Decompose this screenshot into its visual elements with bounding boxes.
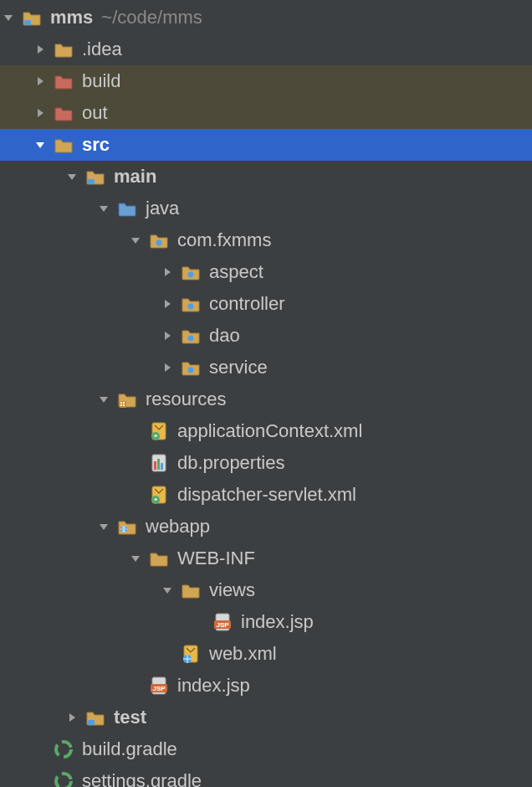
tree-row[interactable]: main <box>0 161 532 193</box>
package-icon <box>149 230 169 250</box>
tree-row[interactable]: java <box>0 193 532 224</box>
tree-item-label: out <box>82 102 108 124</box>
tree-item-label: WEB-INF <box>177 548 255 569</box>
tree-row[interactable]: applicationContext.xml <box>0 415 532 447</box>
svg-marker-15 <box>165 332 171 340</box>
tree-item-label: build <box>82 70 120 92</box>
tree-item-label: main <box>114 166 156 188</box>
svg-marker-45 <box>69 713 75 722</box>
svg-point-14 <box>188 304 194 310</box>
tree-item-label: src <box>82 134 110 156</box>
spring-icon <box>149 485 169 505</box>
gradle-icon <box>54 771 74 787</box>
tree-row[interactable]: JSP index.jsp <box>0 670 532 702</box>
chevron-down-icon[interactable] <box>32 136 49 153</box>
tree-item-label: web.xml <box>209 643 277 665</box>
module-icon <box>85 167 105 187</box>
svg-marker-19 <box>100 397 108 403</box>
svg-point-12 <box>188 272 194 278</box>
svg-rect-23 <box>120 404 122 406</box>
project-tree[interactable]: mms~/code/mms .idea build out src main j… <box>0 0 532 787</box>
tree-item-label: build.gradle <box>82 738 177 760</box>
chevron-right-icon[interactable] <box>32 105 49 121</box>
tree-item-label: db.properties <box>177 452 284 474</box>
tree-item-label: test <box>114 707 146 728</box>
tree-row[interactable]: build <box>0 65 532 97</box>
web-icon <box>117 517 137 537</box>
chevron-right-icon[interactable] <box>159 327 176 344</box>
chevron-right-icon[interactable] <box>32 73 49 90</box>
tree-row[interactable]: JSP index.jsp <box>0 606 532 638</box>
tree-row[interactable]: views <box>0 574 532 606</box>
tree-item-label: java <box>146 198 179 219</box>
tree-item-label: .idea <box>82 39 122 60</box>
svg-marker-0 <box>4 15 13 21</box>
chevron-right-icon[interactable] <box>159 264 176 280</box>
tree-row[interactable]: webapp <box>0 511 532 543</box>
tree-item-label: dao <box>209 325 240 347</box>
tree-row[interactable]: src <box>0 129 532 161</box>
package-icon <box>181 357 201 378</box>
svg-marker-8 <box>100 206 108 212</box>
chevron-down-icon[interactable] <box>95 391 112 408</box>
svg-marker-9 <box>131 238 140 244</box>
tree-item-label: index.jsp <box>177 675 250 697</box>
tree-row[interactable]: out <box>0 97 532 129</box>
gradle-icon <box>54 739 74 759</box>
chevron-down-icon[interactable] <box>95 200 112 217</box>
svg-marker-11 <box>165 268 171 276</box>
svg-point-10 <box>156 240 162 246</box>
svg-marker-13 <box>165 300 171 308</box>
tree-row[interactable]: build.gradle <box>0 733 532 765</box>
chevron-right-icon[interactable] <box>159 359 176 376</box>
jsp-icon: JSP <box>212 612 233 632</box>
tree-row[interactable]: settings.gradle <box>0 765 532 787</box>
svg-text:JSP: JSP <box>152 685 166 692</box>
svg-point-18 <box>188 368 194 373</box>
svg-rect-30 <box>161 463 163 470</box>
svg-rect-1 <box>24 20 31 25</box>
svg-marker-33 <box>100 524 108 530</box>
tree-row[interactable]: WEB-INF <box>0 543 532 574</box>
tree-row[interactable]: controller <box>0 288 532 320</box>
folder-red-icon <box>54 103 74 123</box>
tree-item-label: views <box>209 579 255 601</box>
package-icon <box>181 294 201 314</box>
chevron-right-icon[interactable] <box>64 709 80 726</box>
tree-row[interactable]: aspect <box>0 256 532 288</box>
chevron-right-icon[interactable] <box>32 41 49 58</box>
tree-row[interactable]: dao <box>0 320 532 352</box>
module-icon <box>22 8 42 28</box>
tree-row[interactable]: .idea <box>0 33 532 65</box>
svg-marker-17 <box>165 363 171 372</box>
chevron-down-icon[interactable] <box>159 582 176 599</box>
tree-item-label: index.jsp <box>241 611 314 633</box>
jsp-icon: JSP <box>149 676 169 696</box>
chevron-down-icon[interactable] <box>64 168 80 185</box>
package-icon <box>181 326 201 346</box>
chevron-right-icon[interactable] <box>159 296 176 312</box>
svg-marker-36 <box>163 588 171 594</box>
tree-row[interactable]: com.fxmms <box>0 224 532 256</box>
svg-marker-4 <box>38 109 43 117</box>
svg-marker-5 <box>36 142 44 148</box>
tree-row[interactable]: service <box>0 352 532 383</box>
tree-row[interactable]: mms~/code/mms <box>0 2 532 33</box>
tree-row[interactable]: resources <box>0 383 532 415</box>
svg-marker-6 <box>68 174 76 180</box>
svg-rect-46 <box>88 720 95 725</box>
tree-row[interactable]: test <box>0 702 532 733</box>
chevron-down-icon[interactable] <box>127 550 144 567</box>
chevron-down-icon[interactable] <box>127 232 144 249</box>
tree-item-label: webapp <box>146 516 210 538</box>
tree-item-label: settings.gradle <box>82 770 202 787</box>
properties-icon <box>149 453 169 473</box>
tree-row[interactable]: dispatcher-servlet.xml <box>0 479 532 511</box>
folder-red-icon <box>54 71 74 91</box>
tree-row[interactable]: web.xml <box>0 638 532 670</box>
chevron-down-icon[interactable] <box>0 9 17 26</box>
tree-row[interactable]: db.properties <box>0 447 532 479</box>
svg-rect-7 <box>88 179 95 184</box>
folder-blue-icon <box>117 198 137 219</box>
chevron-down-icon[interactable] <box>95 518 112 535</box>
